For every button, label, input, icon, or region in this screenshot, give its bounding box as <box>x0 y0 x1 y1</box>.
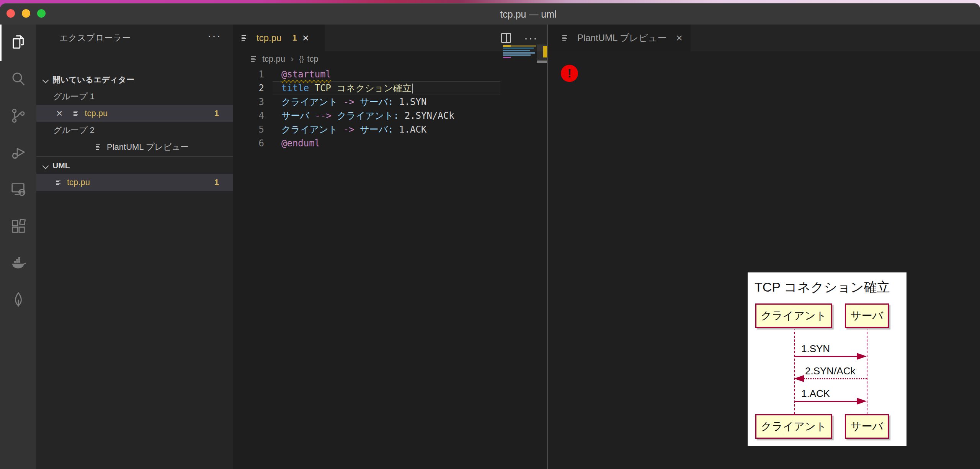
file-tcp-pu-row[interactable]: tcp.pu 1 <box>36 174 233 191</box>
symbol-braces-icon: {} <box>299 55 304 64</box>
activity-explorer[interactable] <box>0 25 36 61</box>
participant-bottom-1: サーバ <box>845 414 889 439</box>
activity-source-control[interactable] <box>0 98 36 135</box>
editor-more-actions-button[interactable]: ··· <box>524 31 538 44</box>
group-2-label: グループ 2 <box>53 125 95 136</box>
chevron-down-icon <box>42 75 50 84</box>
line-number: 5 <box>233 123 264 136</box>
error-icon: ! <box>561 65 578 82</box>
code-line-5[interactable]: 5クライアント -> サーバ: 1.ACK <box>233 123 547 136</box>
message-line-0 <box>794 356 859 357</box>
line-content: title TCP コネクション確立 <box>281 81 413 95</box>
editor-group-2-row[interactable]: グループ 2 <box>36 122 233 139</box>
preview-tab-bar: PlantUML プレビュー × <box>548 25 980 51</box>
extensions-icon <box>10 217 27 236</box>
open-editor-tcp-pu-row[interactable]: × tcp.pu 1 <box>36 105 233 122</box>
line-content: サーバ --> クライアント: 2.SYN/ACk <box>281 109 454 123</box>
line-number: 6 <box>233 136 264 150</box>
breadcrumb-symbol[interactable]: tcp <box>307 54 318 64</box>
breadcrumb: tcp.pu › {} tcp <box>233 51 547 67</box>
open-editor-file-name: tcp.pu <box>85 108 108 118</box>
split-editor-button[interactable] <box>501 33 511 43</box>
open-editor-preview-name: PlantUML プレビュー <box>107 141 189 153</box>
line-number: 4 <box>233 109 264 123</box>
tab-label: tcp.pu <box>256 33 281 43</box>
sidebar-more-actions-button[interactable]: ··· <box>207 29 221 42</box>
remote-explorer-icon <box>10 180 27 200</box>
desktop: tcp.pu — uml <box>0 0 980 469</box>
code-line-4[interactable]: 4サーバ --> クライアント: 2.SYN/ACk <box>233 109 547 123</box>
group-1-label: グループ 1 <box>53 91 95 102</box>
message-label-0: 1.SYN <box>801 343 830 355</box>
message-line-1 <box>802 378 867 379</box>
open-editors-section-header[interactable]: 開いているエディター <box>36 71 233 88</box>
code-line-2[interactable]: 2title TCP コネクション確立 <box>233 81 547 95</box>
tab-tcp-pu[interactable]: tcp.pu 1 × <box>233 25 325 51</box>
file-icon <box>55 178 63 187</box>
line-content: クライアント -> サーバ: 1.ACK <box>281 123 426 136</box>
arrowhead-icon <box>794 375 804 382</box>
explorer-icon <box>10 33 27 52</box>
minimize-window-button[interactable] <box>22 9 30 18</box>
modified-badge: 1 <box>214 108 219 118</box>
editor-group-1-row[interactable]: グループ 1 <box>36 88 233 105</box>
line-content: @startuml <box>281 67 331 81</box>
scrollbar-slider[interactable] <box>537 61 547 63</box>
open-editor-plantuml-preview-row[interactable]: PlantUML プレビュー <box>36 139 233 156</box>
line-content: @enduml <box>281 136 320 150</box>
line-number: 1 <box>233 67 264 81</box>
modified-badge: 1 <box>214 177 219 187</box>
activity-bar <box>0 25 36 469</box>
source-control-icon <box>10 107 27 126</box>
close-editor-icon[interactable]: × <box>56 108 62 119</box>
activity-run-debug[interactable] <box>0 135 36 172</box>
diagram-title: TCP コネクション確立 <box>755 279 890 296</box>
line-number: 3 <box>233 95 264 109</box>
close-window-button[interactable] <box>7 9 15 18</box>
file-name: tcp.pu <box>67 177 90 187</box>
folder-name-label: UML <box>52 161 70 170</box>
chevron-down-icon <box>42 161 50 170</box>
folder-section-header[interactable]: UML <box>36 157 233 174</box>
zoom-window-button[interactable] <box>37 9 46 18</box>
participant-bottom-0: クライアント <box>755 414 832 439</box>
section-divider <box>36 156 233 157</box>
tab-label: PlantUML プレビュー <box>577 32 666 44</box>
line-number: 2 <box>233 81 264 95</box>
activity-remote-explorer[interactable] <box>0 172 36 208</box>
code-line-3[interactable]: 3クライアント -> サーバ: 1.SYN <box>233 95 547 109</box>
sidebar-title: エクスプローラー <box>59 32 131 44</box>
tab-plantuml-preview[interactable]: PlantUML プレビュー × <box>548 25 691 51</box>
minimap[interactable] <box>503 45 536 64</box>
preview-file-icon <box>561 34 570 42</box>
vscode-window: tcp.pu — uml <box>0 3 980 469</box>
mongodb-icon <box>10 291 27 310</box>
activity-search[interactable] <box>0 61 36 98</box>
arrowhead-icon <box>857 353 867 360</box>
tab-modified-badge: 1 <box>292 33 297 43</box>
window-title: tcp.pu — uml <box>500 9 556 20</box>
run-and-debug-icon <box>10 144 27 163</box>
explorer-sidebar: エクスプローラー ··· 開いているエディター グループ 1 × tcp.pu … <box>36 25 233 469</box>
activity-docker[interactable] <box>0 245 36 282</box>
search-icon <box>10 70 27 89</box>
text-cursor <box>412 84 413 93</box>
activity-mongodb[interactable] <box>0 282 36 319</box>
close-tab-icon[interactable]: × <box>676 32 683 44</box>
breadcrumb-file[interactable]: tcp.pu <box>262 54 285 64</box>
message-line-2 <box>794 401 859 402</box>
code-editor[interactable]: 1@startuml2title TCP コネクション確立3クライアント -> … <box>233 67 547 469</box>
close-tab-icon[interactable]: × <box>302 32 309 44</box>
preview-group: PlantUML プレビュー × ! TCP コネクション確立 クライアントクラ… <box>547 25 980 469</box>
participant-top-0: クライアント <box>755 303 832 328</box>
file-icon <box>250 55 258 63</box>
open-editors-label: 開いているエディター <box>52 74 134 85</box>
line-content: クライアント -> サーバ: 1.SYN <box>281 95 426 109</box>
activity-extensions[interactable] <box>0 208 36 245</box>
code-line-1[interactable]: 1@startuml <box>233 67 547 81</box>
message-label-2: 1.ACK <box>801 388 830 400</box>
docker-icon <box>10 254 27 273</box>
code-line-6[interactable]: 6@enduml <box>233 136 547 150</box>
file-icon <box>72 109 81 118</box>
editor-tab-bar: tcp.pu 1 × ··· <box>233 25 547 51</box>
